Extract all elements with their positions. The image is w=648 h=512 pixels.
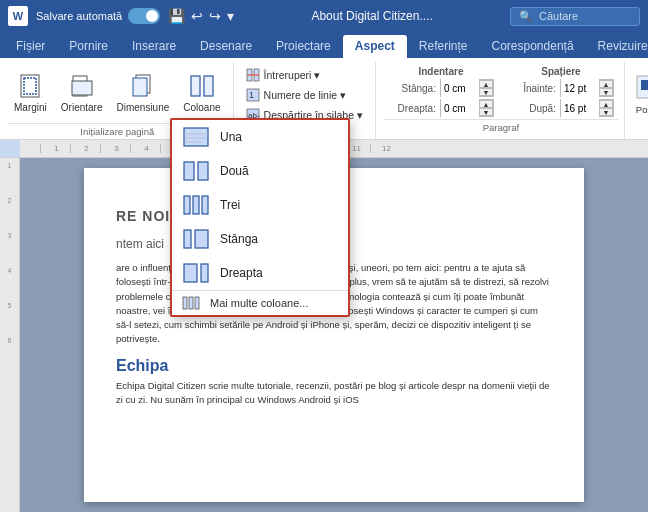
tab-aspect[interactable]: Aspect	[343, 35, 407, 58]
col-dreapta-icon	[182, 262, 210, 284]
indentare-stanga-spinner[interactable]: ▲ ▼	[479, 80, 493, 96]
svg-rect-23	[198, 162, 208, 180]
dropdown-item-dreapta[interactable]: Dreapta	[172, 256, 348, 290]
margini-button[interactable]: Margini	[8, 68, 53, 117]
save-icon[interactable]: 💾	[168, 8, 185, 24]
margini-label: Margini	[14, 102, 47, 113]
spin-down[interactable]: ▼	[599, 88, 613, 96]
indentare-title: Indentare	[388, 66, 494, 77]
col-una-label: Una	[220, 130, 242, 144]
autosave-section: Salvare automată	[36, 8, 160, 24]
undo-icon[interactable]: ↩	[191, 8, 203, 24]
svg-rect-26	[202, 196, 208, 214]
ruler-mark-1: 1	[40, 144, 70, 153]
dropdown-more-button[interactable]: … Mai multe coloane...	[172, 290, 348, 315]
col-dreapta-label: Dreapta	[220, 266, 263, 280]
svg-rect-3	[72, 81, 92, 95]
col-stanga-label: Stânga	[220, 232, 258, 246]
indentare-stanga-input[interactable]: ▲ ▼	[440, 79, 494, 97]
tab-revizuire[interactable]: Revizuire	[586, 35, 648, 58]
ruler-mark-3: 3	[100, 144, 130, 153]
tab-desenare[interactable]: Desenare	[188, 35, 264, 58]
v-mark-2: 2	[8, 197, 12, 204]
toolbar-icons: 💾 ↩ ↪ ▾	[168, 8, 234, 24]
spatiere-dupa-input[interactable]: ▲ ▼	[560, 99, 614, 117]
more-columns-icon: …	[182, 296, 202, 310]
tab-fisier[interactable]: Fișier	[4, 35, 57, 58]
col-doua-label: Două	[220, 164, 249, 178]
ribbon-group-pozitie: Poz...	[627, 62, 648, 139]
numere-icon: 1	[246, 88, 260, 102]
word-logo: W	[8, 6, 28, 26]
margini-icon	[16, 72, 44, 100]
dropdown-item-trei[interactable]: Trei	[172, 188, 348, 222]
orientare-button[interactable]: Orientare	[55, 68, 109, 117]
spatiere-dupa-spinner[interactable]: ▲ ▼	[599, 100, 613, 116]
spin-up[interactable]: ▲	[599, 100, 613, 108]
spin-up[interactable]: ▲	[479, 80, 493, 88]
indentare-dreapta-value[interactable]	[441, 99, 479, 117]
svg-rect-6	[191, 76, 200, 96]
spatiere-inainte-label: Înainte:	[508, 83, 556, 94]
spatiere-title: Spațiere	[508, 66, 614, 77]
v-mark-1: 1	[8, 162, 12, 169]
v-mark-4: 4	[8, 267, 12, 274]
dimensiune-button[interactable]: Dimensiune	[110, 68, 175, 117]
spatiere-inainte-spinner[interactable]: ▲ ▼	[599, 80, 613, 96]
spatiere-dupa-value[interactable]	[561, 99, 599, 117]
intreruperi-button[interactable]: Întreruperi ▾	[240, 66, 369, 84]
spin-down[interactable]: ▼	[479, 108, 493, 116]
page-subtitle: RE Noi	[116, 208, 170, 224]
spin-up[interactable]: ▲	[479, 100, 493, 108]
autosave-toggle[interactable]	[128, 8, 160, 24]
tab-pornire[interactable]: Pornire	[57, 35, 120, 58]
spin-up[interactable]: ▲	[599, 80, 613, 88]
col-trei-label: Trei	[220, 198, 240, 212]
svg-text:1: 1	[249, 90, 254, 100]
dimensiune-label: Dimensiune	[116, 102, 169, 113]
pozitie-button[interactable]: Poz...	[631, 70, 648, 119]
document-title: About Digital Citizen....	[242, 9, 502, 23]
ruler-mark-4: 4	[130, 144, 160, 153]
orientare-label: Orientare	[61, 102, 103, 113]
search-placeholder: Căutare	[539, 10, 578, 22]
tab-proiectare[interactable]: Proiectare	[264, 35, 343, 58]
more-icon[interactable]: ▾	[227, 8, 234, 24]
col-una-icon	[182, 126, 210, 148]
indentare-dreapta-spinner[interactable]: ▲ ▼	[479, 100, 493, 116]
v-mark-6: 6	[8, 337, 12, 344]
spatiere-inainte-input[interactable]: ▲ ▼	[560, 79, 614, 97]
svg-rect-7	[204, 76, 213, 96]
svg-rect-29	[184, 264, 197, 282]
tab-corespondenta[interactable]: Corespondență	[480, 35, 586, 58]
autosave-label: Salvare automată	[36, 10, 122, 22]
intreruperi-label: Întreruperi ▾	[264, 69, 321, 81]
coloane-button[interactable]: Coloane	[177, 68, 226, 117]
dropdown-item-stanga[interactable]: Stânga	[172, 222, 348, 256]
svg-rect-33	[195, 297, 199, 309]
spin-down[interactable]: ▼	[599, 108, 613, 116]
dropdown-item-doua[interactable]: Două	[172, 154, 348, 188]
page-section-title: Echipa	[116, 357, 552, 375]
ruler-mark-12: 12	[370, 144, 400, 153]
spin-down[interactable]: ▼	[479, 88, 493, 96]
tab-referinte[interactable]: Referințe	[407, 35, 480, 58]
spatiere-inainte-value[interactable]	[561, 79, 599, 97]
v-mark-5: 5	[8, 302, 12, 309]
ribbon-tabs: Fișier Pornire Inserare Desenare Proiect…	[0, 32, 648, 58]
ribbon-buttons-initializare: Margini Orientare	[8, 62, 227, 123]
redo-icon[interactable]: ↪	[209, 8, 221, 24]
ribbon-group-paragraf: Indentare Stânga: ▲ ▼ Dreapta:	[378, 62, 625, 139]
indentare-dreapta-row: Dreapta: ▲ ▼	[388, 99, 494, 117]
spatiere-group: Spațiere Înainte: ▲ ▼ După:	[504, 66, 618, 119]
search-box[interactable]: 🔍 Căutare	[510, 7, 640, 26]
indentare-stanga-value[interactable]	[441, 79, 479, 97]
tab-inserare[interactable]: Inserare	[120, 35, 188, 58]
indentare-dreapta-input[interactable]: ▲ ▼	[440, 99, 494, 117]
more-columns-label: Mai multe coloane...	[210, 297, 308, 309]
dropdown-item-una[interactable]: Una	[172, 120, 348, 154]
indentare-dreapta-label: Dreapta:	[388, 103, 436, 114]
page-section-body: Echipa Digital Citizen scrie multe tutor…	[116, 379, 552, 408]
numere-label: Numere de linie ▾	[264, 89, 346, 101]
numere-button[interactable]: 1 Numere de linie ▾	[240, 86, 369, 104]
